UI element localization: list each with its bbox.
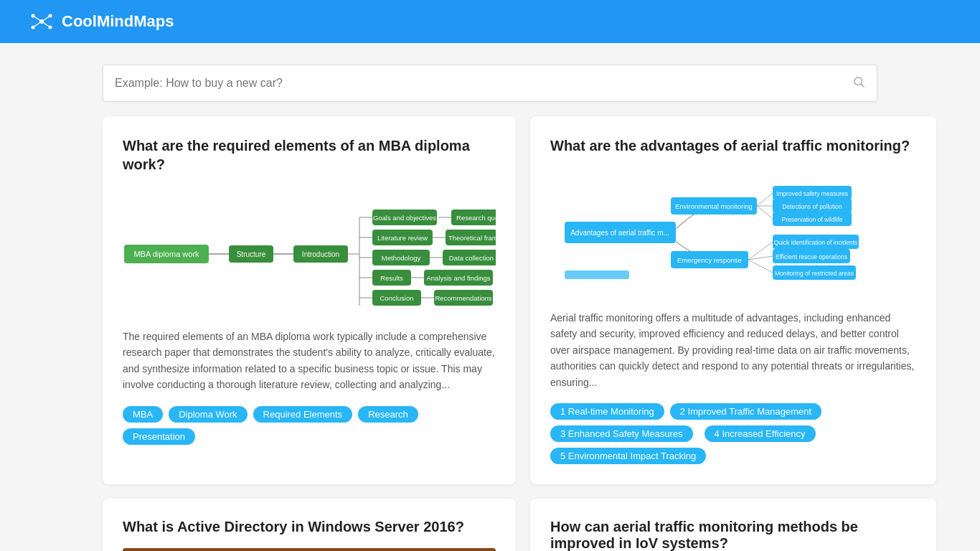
svg-point-9: [854, 77, 862, 85]
svg-text:Environmental monitoring: Environmental monitoring: [675, 202, 753, 210]
logo[interactable]: CoolMindMaps: [29, 9, 174, 34]
svg-text:Detections of pollution: Detections of pollution: [782, 203, 842, 210]
tag-presentation[interactable]: Presentation: [123, 428, 195, 445]
svg-text:Data collection: Data collection: [449, 254, 494, 262]
card-aerial-title: What are the advantages of aerial traffi…: [550, 136, 916, 155]
svg-text:Recommendations: Recommendations: [435, 294, 491, 302]
svg-text:Structure: Structure: [237, 250, 266, 258]
card-ad-image: [123, 548, 496, 551]
svg-rect-77: [123, 548, 496, 551]
tag-diploma-work[interactable]: Diploma Work: [169, 406, 247, 423]
svg-text:Improved safety measures: Improved safety measures: [776, 190, 848, 197]
svg-text:MBA diploma work: MBA diploma work: [133, 250, 199, 258]
svg-text:Research questions: Research questions: [456, 214, 496, 222]
search-input[interactable]: [115, 77, 852, 90]
header: CoolMindMaps: [0, 0, 980, 43]
tag-research[interactable]: Research: [358, 406, 418, 423]
svg-line-73: [748, 260, 773, 273]
logo-text: CoolMindMaps: [62, 12, 174, 31]
svg-line-62: [757, 206, 773, 219]
logo-icon: [29, 9, 55, 34]
mba-mindmap-svg: MBA diploma work Structure Introduction …: [123, 189, 496, 314]
card-aerial: What are the advantages of aerial traffi…: [530, 116, 936, 484]
svg-text:Emergency response: Emergency response: [677, 256, 742, 264]
tag-required-elements[interactable]: Required Elements: [253, 406, 353, 423]
card-mba-image: MBA diploma work Structure Introduction …: [123, 187, 496, 316]
tag-safety[interactable]: 3 Enhanced Safety Measures: [550, 425, 693, 442]
svg-line-10: [861, 84, 864, 87]
svg-text:Methodology: Methodology: [382, 254, 421, 262]
svg-text:Advantages of aerial traffic m: Advantages of aerial traffic m...: [570, 229, 669, 237]
tag-mba[interactable]: MBA: [123, 406, 163, 423]
svg-text:Literature review: Literature review: [377, 234, 428, 242]
card-mba: What are the required elements of an MBA…: [103, 116, 516, 484]
aerial-mindmap-svg: Advantages of aerial traffic m... Enviro…: [550, 170, 916, 296]
svg-line-6: [42, 16, 50, 22]
tag-realtime[interactable]: 1 Real-time Monitoring: [550, 403, 664, 420]
svg-line-56: [757, 193, 773, 206]
card-mba-title: What are the required elements of an MBA…: [123, 136, 496, 174]
content-grid: What are the required elements of an MBA…: [88, 116, 892, 551]
svg-text:Quick identification of incide: Quick identification of incidents: [774, 239, 858, 246]
card-ad-title: What is Active Directory in Windows Serv…: [123, 519, 496, 535]
card-aerial-image: Advantages of aerial traffic m... Enviro…: [550, 168, 916, 297]
svg-text:Efficient rescue operations: Efficient rescue operations: [776, 253, 847, 260]
tag-traffic-mgmt[interactable]: 2 Improved Traffic Management: [670, 403, 821, 420]
card-mba-tags: MBA Diploma Work Required Elements Resea…: [123, 406, 496, 445]
svg-text:Preservation of wildlife: Preservation of wildlife: [781, 216, 842, 223]
search-bar: [103, 65, 877, 102]
svg-text:Introduction: Introduction: [302, 250, 339, 258]
tag-efficiency[interactable]: 4 Increased Efficiency: [705, 425, 816, 442]
svg-line-5: [33, 16, 42, 22]
search-container: [88, 65, 892, 102]
svg-line-7: [33, 22, 42, 27]
svg-text:Analysis and findings: Analysis and findings: [426, 274, 490, 282]
svg-rect-76: [565, 270, 629, 279]
svg-text:Results: Results: [380, 274, 403, 282]
card-aerial-iov: How can aerial traffic monitoring method…: [530, 499, 936, 551]
card-mba-description: The required elements of an MBA diploma …: [123, 329, 496, 393]
card-aerial-tags: 1 Real-time Monitoring 2 Improved Traffi…: [550, 403, 916, 464]
card-aerial-description: Aerial traffic monitoring offers a multi…: [550, 310, 916, 390]
card-iov-title: How can aerial traffic monitoring method…: [550, 519, 916, 551]
svg-text:Theoretical framework: Theoretical framework: [448, 234, 496, 242]
tag-env-tracking[interactable]: 5 Environmental Impact Tracking: [550, 448, 706, 464]
svg-text:Conclusion: Conclusion: [380, 294, 414, 302]
search-icon[interactable]: [852, 75, 865, 92]
svg-line-8: [42, 22, 50, 27]
card-active-directory: What is Active Directory in Windows Serv…: [103, 499, 516, 551]
svg-text:Monitoring of restricted areas: Monitoring of restricted areas: [775, 270, 854, 277]
